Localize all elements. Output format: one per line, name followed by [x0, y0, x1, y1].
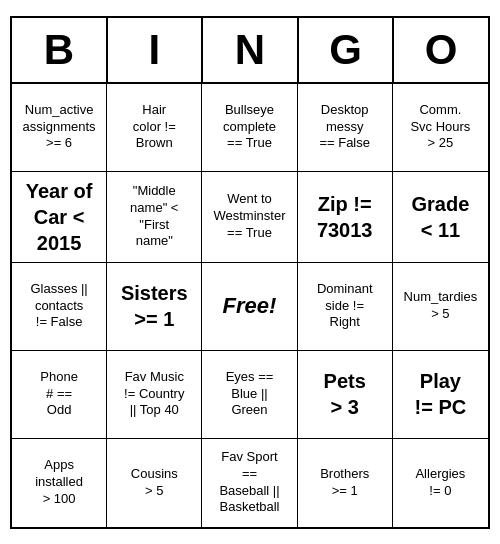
cell-text-n4: Eyes ==Blue ||Green: [226, 369, 274, 420]
cell-text-n3: Free!: [223, 292, 277, 321]
cell-text-o1: Comm.Svc Hours> 25: [410, 102, 470, 153]
cell-text-o2: Grade< 11: [411, 191, 469, 243]
header-letter-n: N: [203, 18, 299, 82]
bingo-cell-o4[interactable]: Play!= PC: [393, 351, 488, 439]
bingo-cell-g3[interactable]: Dominantside !=Right: [298, 263, 393, 351]
cell-text-b5: Appsinstalled> 100: [35, 457, 83, 508]
bingo-cell-n4[interactable]: Eyes ==Blue ||Green: [202, 351, 297, 439]
bingo-cell-g2[interactable]: Zip !=73013: [298, 172, 393, 263]
header-letter-o: O: [394, 18, 488, 82]
bingo-cell-n2[interactable]: Went toWestminster== True: [202, 172, 297, 263]
bingo-cell-g5[interactable]: Brothers>= 1: [298, 439, 393, 527]
bingo-cell-b2[interactable]: Year ofCar <2015: [12, 172, 107, 263]
bingo-cell-g1[interactable]: Desktopmessy== False: [298, 84, 393, 172]
header-letter-i: I: [108, 18, 204, 82]
cell-text-o3: Num_tardies> 5: [404, 289, 478, 323]
bingo-cell-b4[interactable]: Phone# ==Odd: [12, 351, 107, 439]
cell-text-g2: Zip !=73013: [317, 191, 373, 243]
cell-text-o4: Play!= PC: [415, 368, 467, 420]
bingo-cell-g4[interactable]: Pets> 3: [298, 351, 393, 439]
bingo-grid: Num_activeassignments>= 6Haircolor !=Bro…: [12, 84, 488, 527]
bingo-cell-o3[interactable]: Num_tardies> 5: [393, 263, 488, 351]
bingo-cell-n5[interactable]: Fav Sport==Baseball ||Basketball: [202, 439, 297, 527]
cell-text-b1: Num_activeassignments>= 6: [23, 102, 96, 153]
cell-text-g4: Pets> 3: [324, 368, 366, 420]
cell-text-g3: Dominantside !=Right: [317, 281, 373, 332]
bingo-card: BINGO Num_activeassignments>= 6Haircolor…: [10, 16, 490, 529]
cell-text-i1: Haircolor !=Brown: [133, 102, 176, 153]
cell-text-g5: Brothers>= 1: [320, 466, 369, 500]
bingo-cell-n1[interactable]: Bullseyecomplete== True: [202, 84, 297, 172]
cell-text-g1: Desktopmessy== False: [319, 102, 370, 153]
bingo-cell-b3[interactable]: Glasses ||contacts!= False: [12, 263, 107, 351]
bingo-cell-o1[interactable]: Comm.Svc Hours> 25: [393, 84, 488, 172]
cell-text-o5: Allergies!= 0: [415, 466, 465, 500]
cell-text-i5: Cousins> 5: [131, 466, 178, 500]
bingo-cell-i4[interactable]: Fav Music!= Country|| Top 40: [107, 351, 202, 439]
bingo-header: BINGO: [12, 18, 488, 84]
cell-text-b2: Year ofCar <2015: [26, 178, 93, 256]
cell-text-i3: Sisters>= 1: [121, 280, 188, 332]
bingo-cell-i2[interactable]: "Middlename" <"Firstname": [107, 172, 202, 263]
bingo-cell-i3[interactable]: Sisters>= 1: [107, 263, 202, 351]
cell-text-n5: Fav Sport==Baseball ||Basketball: [219, 449, 279, 517]
bingo-cell-o2[interactable]: Grade< 11: [393, 172, 488, 263]
cell-text-i2: "Middlename" <"Firstname": [130, 183, 178, 251]
bingo-cell-n3[interactable]: Free!: [202, 263, 297, 351]
cell-text-b3: Glasses ||contacts!= False: [30, 281, 87, 332]
cell-text-b4: Phone# ==Odd: [40, 369, 78, 420]
bingo-cell-b5[interactable]: Appsinstalled> 100: [12, 439, 107, 527]
header-letter-b: B: [12, 18, 108, 82]
cell-text-n1: Bullseyecomplete== True: [223, 102, 276, 153]
cell-text-i4: Fav Music!= Country|| Top 40: [124, 369, 184, 420]
bingo-cell-i1[interactable]: Haircolor !=Brown: [107, 84, 202, 172]
cell-text-n2: Went toWestminster== True: [213, 191, 285, 242]
header-letter-g: G: [299, 18, 395, 82]
bingo-cell-i5[interactable]: Cousins> 5: [107, 439, 202, 527]
bingo-cell-b1[interactable]: Num_activeassignments>= 6: [12, 84, 107, 172]
bingo-cell-o5[interactable]: Allergies!= 0: [393, 439, 488, 527]
